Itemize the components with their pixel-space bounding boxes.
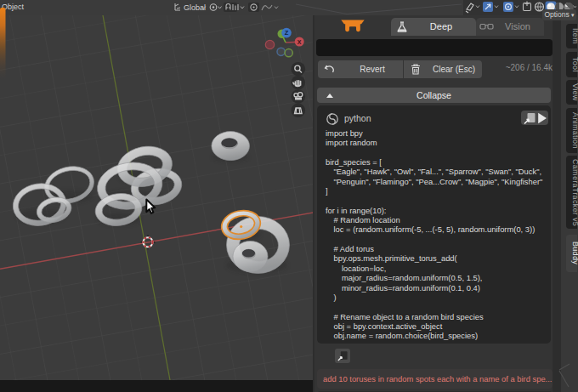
svg-text:Z: Z <box>285 29 289 37</box>
svg-text:X: X <box>298 39 302 45</box>
